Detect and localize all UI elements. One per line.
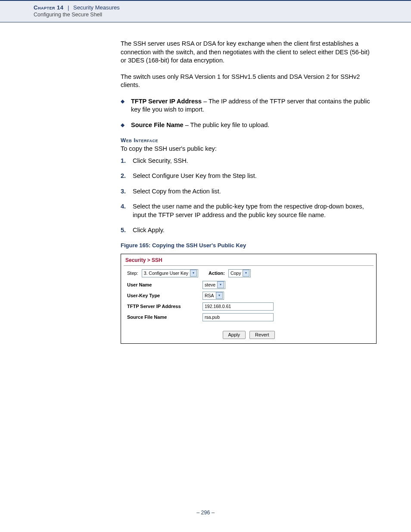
keytype-label: User-Key Type <box>127 292 202 299</box>
action-label: Action: <box>209 270 225 277</box>
chevron-down-icon: ▾ <box>190 270 197 277</box>
action-dropdown-value: Copy <box>230 270 241 276</box>
username-dropdown[interactable]: steve ▾ <box>202 281 225 289</box>
steps-intro: To copy the SSH user's public key: <box>121 145 377 153</box>
breadcrumb: Security > SSH <box>121 254 376 265</box>
step-1: Click Security, SSH. <box>121 157 377 165</box>
tftp-label: TFTP Server IP Address <box>127 303 202 310</box>
section-subtitle: Configuring the Secure Shell <box>34 12 411 18</box>
paragraph-1: The SSH server uses RSA or DSA for key e… <box>121 40 377 65</box>
step-2: Select Configure User Key from the Step … <box>121 172 377 180</box>
revert-button[interactable]: Revert <box>249 331 274 339</box>
step-5: Click Apply. <box>121 226 377 235</box>
step-dropdown-value: 3. Configure User Key <box>144 270 188 276</box>
main-content: The SSH server uses RSA or DSA for key e… <box>0 22 411 344</box>
step-dropdown[interactable]: 3. Configure User Key ▾ <box>142 269 198 277</box>
procedure-steps: Click Security, SSH. Select Configure Us… <box>121 157 377 235</box>
web-interface-heading: Web Interface <box>121 137 377 144</box>
parameter-list: TFTP Server IP Address – The IP address … <box>121 97 377 130</box>
action-dropdown[interactable]: Copy ▾ <box>228 269 251 277</box>
bullet-tftp-address: TFTP Server IP Address – The IP address … <box>121 97 377 114</box>
page-number: – 296 – <box>0 510 411 516</box>
embedded-screenshot: Security > SSH Step: 3. Configure User K… <box>121 254 377 344</box>
paragraph-2: The switch uses only RSA Version 1 for S… <box>121 73 377 90</box>
bullet-desc: – The public key file to upload. <box>184 121 270 128</box>
step-4: Select the user name and the public-key … <box>121 202 377 219</box>
username-value: steve <box>205 282 215 288</box>
bullet-term: Source File Name <box>131 121 184 128</box>
source-input[interactable]: rsa.pub <box>202 313 274 321</box>
keytype-dropdown[interactable]: RSA ▾ <box>202 292 224 300</box>
chapter-label: Chapter 14 <box>34 4 63 11</box>
step-label: Step: <box>127 270 138 277</box>
header-separator: | <box>68 4 69 11</box>
bullet-source-file: Source File Name – The public key file t… <box>121 121 377 130</box>
figure-caption: Figure 165: Copying the SSH User's Publi… <box>121 242 377 249</box>
keytype-value: RSA <box>205 292 214 299</box>
step-3: Select Copy from the Action list. <box>121 187 377 196</box>
username-label: User Name <box>127 282 202 288</box>
chevron-down-icon: ▾ <box>217 281 224 288</box>
bullet-term: TFTP Server IP Address <box>131 98 202 105</box>
chapter-title: Security Measures <box>73 4 120 11</box>
page-header: Chapter 14 | Security Measures Configuri… <box>0 0 411 22</box>
chevron-down-icon: ▾ <box>216 292 223 299</box>
divider <box>124 265 374 266</box>
tftp-input[interactable]: 192.168.0.61 <box>202 302 274 311</box>
apply-button[interactable]: Apply <box>223 331 246 339</box>
source-value: rsa.pub <box>205 314 220 320</box>
chevron-down-icon: ▾ <box>243 270 249 277</box>
source-label: Source File Name <box>127 314 202 320</box>
tftp-value: 192.168.0.61 <box>205 303 231 309</box>
